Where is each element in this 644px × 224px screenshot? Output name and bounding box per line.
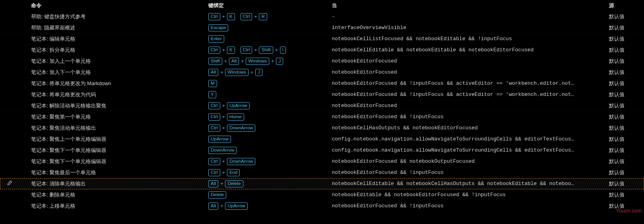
- key-cap: Ctrl: [208, 102, 220, 109]
- table-row[interactable]: 笔记本: 删除单元格DeletenotebookEditable && note…: [0, 189, 644, 201]
- key-cap: Ctrl: [208, 47, 220, 54]
- when-expression: notebookEditable && notebookEditorFocuse…: [332, 192, 609, 198]
- command-label: 笔记本: 将单元格更改为 Markdown: [19, 80, 208, 87]
- source-label: 默认值: [609, 113, 641, 121]
- command-label: 帮助: 隐藏界面概述: [19, 24, 208, 31]
- keybinding-cell: M: [208, 80, 332, 87]
- key-cap: Delete: [225, 180, 243, 187]
- key-plus: +: [271, 58, 274, 64]
- key-cap: End: [227, 169, 240, 176]
- key-plus: +: [222, 103, 225, 109]
- header-when[interactable]: 当: [332, 2, 609, 9]
- table-row[interactable]: 笔记本: 将单元格更改为 MarkdownMnotebookEditorFocu…: [0, 78, 644, 89]
- key-cap: Ctrl: [241, 13, 253, 20]
- key-plus: +: [250, 70, 254, 75]
- table-row[interactable]: 笔记本: 将单元格更改为代码YnotebookEditorFocused && …: [0, 89, 644, 100]
- source-label: 默认值: [609, 158, 641, 165]
- table-row[interactable]: 笔记本: 加入下一个单元格Alt+Windows+JnotebookEditor…: [0, 67, 644, 78]
- key-cap: DownArrow: [227, 125, 255, 132]
- table-row[interactable]: 笔记本: 聚焦第一个单元格Ctrl+HomenotebookEditorFocu…: [0, 111, 644, 123]
- key-cap: M: [208, 80, 217, 87]
- keybinding-cell: Alt+Windows+J: [208, 69, 332, 76]
- source-label: 默认值: [609, 169, 641, 176]
- header-keybinding[interactable]: 键绑定: [208, 2, 332, 9]
- table-row[interactable]: 笔记本: 聚焦下一个单元格编辑器Ctrl+DownArrownotebookEd…: [0, 156, 644, 167]
- table-row[interactable]: 笔记本: 编辑单元格EnternotebookCellListFocused &…: [0, 33, 644, 45]
- table-row[interactable]: 笔记本: 聚焦下一个单元格编辑器DownArrowconfig.notebook…: [0, 145, 644, 156]
- key-cap: Delete: [208, 191, 226, 199]
- command-label: 笔记本: 聚焦最后一个单元格: [19, 169, 208, 176]
- table-row[interactable]: 笔记本: 聚焦上一个单元格编辑器UpArrowconfig.notebook.n…: [0, 134, 644, 145]
- command-label: 帮助: 键盘快捷方式参考: [19, 13, 208, 20]
- key-cap: Enter: [208, 35, 224, 43]
- key-plus: +: [254, 14, 257, 19]
- table-row[interactable]: 笔记本: 清除单元格输出Alt+DeletenotebookCellEditab…: [0, 178, 644, 189]
- command-label: 笔记本: 加入下一个单元格: [19, 69, 208, 76]
- key-cap: \: [280, 47, 286, 54]
- keybinding-cell: Shift+Alt+Windows+J: [208, 58, 332, 65]
- edit-icon[interactable]: [7, 180, 12, 187]
- when-expression: config.notebook.navigation.allowNavigate…: [332, 147, 609, 153]
- keybinding-cell: DownArrow: [208, 147, 332, 154]
- table-row[interactable]: 笔记本: 聚焦最后一个单元格Ctrl+EndnotebookEditorFocu…: [0, 167, 644, 178]
- table-row[interactable]: 笔记本: 上移单元格Alt+UpArrownotebookEditorFocus…: [0, 201, 644, 212]
- key-cap: Shift: [259, 47, 273, 54]
- key-plus: +: [222, 114, 225, 120]
- key-cap: Ctrl: [208, 113, 220, 121]
- keybinding-cell: Ctrl+UpArrow: [208, 102, 332, 109]
- header-command[interactable]: 命令: [19, 2, 208, 9]
- when-expression: notebookEditorFocused && !inputFocus: [332, 169, 609, 175]
- key-plus: +: [220, 203, 223, 209]
- key-plus: +: [241, 58, 244, 64]
- key-cap: Ctrl: [208, 125, 220, 132]
- key-plus: +: [222, 125, 225, 131]
- command-label: 笔记本: 清除单元格输出: [19, 180, 208, 187]
- when-expression: notebookEditorFocused && !inputFocus: [332, 203, 609, 209]
- source-label: 默认值: [609, 80, 641, 87]
- table-row[interactable]: 帮助: 隐藏界面概述EscapeinterfaceOverviewVisible…: [0, 22, 644, 33]
- key-plus: +: [224, 58, 227, 64]
- table-row[interactable]: 笔记本: 拆分单元格Ctrl+KCtrl+Shift+\notebookCell…: [0, 45, 644, 56]
- when-expression: notebookEditorFocused: [332, 69, 609, 75]
- keybinding-cell: Ctrl+DownArrow: [208, 158, 332, 165]
- when-expression: config.notebook.navigation.allowNavigate…: [332, 136, 609, 142]
- source-label: 默认值: [609, 91, 641, 98]
- table-row[interactable]: 帮助: 键盘快捷方式参考Ctrl+KCtrl+R-默认值: [0, 11, 644, 22]
- keybinding-cell: Alt+Delete: [208, 180, 332, 187]
- row-gutter: [0, 180, 19, 187]
- keybindings-table: 命令 键绑定 当 源 帮助: 键盘快捷方式参考Ctrl+KCtrl+R-默认值帮…: [0, 0, 644, 212]
- command-label: 笔记本: 编辑单元格: [19, 35, 208, 43]
- key-cap: UpArrow: [208, 136, 231, 143]
- source-label: 默认值: [609, 58, 641, 65]
- table-row[interactable]: 笔记本: 解除活动单元格输出聚焦Ctrl+UpArrownotebookEdit…: [0, 100, 644, 111]
- keybinding-cell: Delete: [208, 191, 332, 199]
- source-label: 默认值: [609, 47, 641, 54]
- command-label: 笔记本: 将单元格更改为代码: [19, 91, 208, 98]
- when-expression: notebookEditorFocused: [332, 58, 609, 64]
- key-cap: Escape: [208, 24, 228, 31]
- source-label: 默认值: [609, 35, 641, 43]
- when-expression: notebookCellHasOutputs && notebookEditor…: [332, 125, 609, 131]
- command-label: 笔记本: 解除活动单元格输出聚焦: [19, 102, 208, 109]
- table-row[interactable]: 笔记本: 聚焦活动单元格输出Ctrl+DownArrownotebookCell…: [0, 123, 644, 134]
- command-label: 笔记本: 删除单元格: [19, 191, 208, 199]
- keybinding-cell: Y: [208, 91, 332, 98]
- table-row[interactable]: 笔记本: 加入上一个单元格Shift+Alt+Windows+Jnotebook…: [0, 56, 644, 67]
- key-cap: UpArrow: [225, 203, 248, 210]
- when-expression: notebookEditorFocused && !inputFocus && …: [332, 92, 609, 97]
- key-plus: +: [222, 170, 225, 175]
- key-plus: +: [222, 159, 225, 164]
- key-cap: J: [276, 58, 283, 65]
- key-cap: Ctrl: [208, 169, 220, 176]
- when-expression: notebookCellEditable && notebookCellHasO…: [332, 181, 609, 187]
- key-plus: +: [275, 47, 278, 53]
- source-label: 默认值: [609, 69, 641, 76]
- key-plus: +: [220, 70, 223, 75]
- source-label: 默认值: [609, 102, 641, 109]
- keybinding-cell: Ctrl+KCtrl+R: [208, 13, 332, 20]
- command-label: 笔记本: 上移单元格: [19, 203, 208, 210]
- key-cap: Y: [208, 91, 216, 98]
- header-source[interactable]: 源: [609, 2, 641, 9]
- key-cap: Shift: [208, 58, 222, 65]
- key-cap: Alt: [208, 69, 218, 76]
